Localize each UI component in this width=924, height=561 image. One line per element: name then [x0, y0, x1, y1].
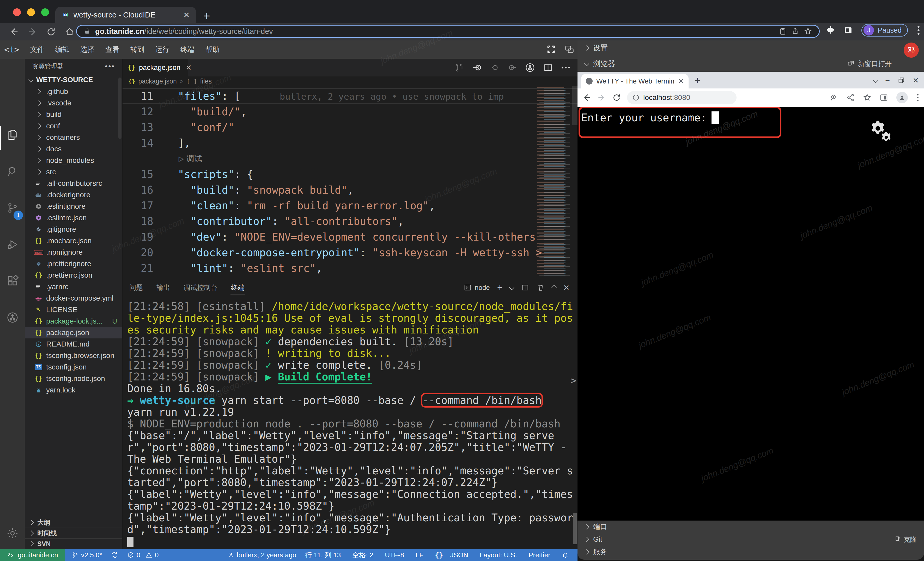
tree-item-.all-contributorsrc[interactable]: .all-contributorsrc	[25, 178, 122, 189]
menu-item-7[interactable]: 帮助	[206, 45, 219, 54]
zoom-window-button[interactable]	[41, 8, 49, 16]
tree-item-.gitignore[interactable]: .gitignore	[25, 224, 122, 235]
shell-selector[interactable]: node	[464, 284, 490, 292]
menu-item-5[interactable]: 运行	[155, 45, 170, 54]
next-change-icon[interactable]	[508, 63, 517, 72]
terminal-scrollbar[interactable]	[573, 513, 577, 544]
site-info-icon[interactable]	[632, 94, 639, 101]
terminal-output[interactable]: [21:24:58] [esinstall] /home/ide/workspa…	[127, 301, 574, 547]
tree-item-.prettierignore[interactable]: .prettierignore	[25, 258, 122, 269]
panel-tab-0[interactable]: 问题	[129, 278, 143, 297]
explorer-more-icon[interactable]: •••	[105, 62, 115, 71]
menu-item-3[interactable]: 查看	[105, 45, 119, 54]
blame-indicator[interactable]: butlerx, 2 years ago	[227, 551, 296, 559]
extensions-puzzle-icon[interactable]	[826, 26, 835, 35]
tree-item-.npmignore[interactable]: npm.npmignore	[25, 247, 122, 258]
problems-indicator[interactable]: 0 0	[127, 551, 159, 559]
tree-item-conf[interactable]: conf	[25, 120, 122, 132]
code-line-20[interactable]: 20"docker-compose-entrypoint": "ssh-keys…	[123, 245, 578, 260]
tree-item-.dockerignore[interactable]: .dockerignore	[25, 189, 122, 201]
more-menu-icon[interactable]	[917, 25, 920, 36]
tab-close-icon[interactable]: ✕	[183, 11, 190, 20]
url-bar[interactable]: go.titanide.cn/ide/web/coding/wetty-sour…	[76, 25, 820, 38]
tree-item-.eslintignore[interactable]: .eslintignore	[25, 201, 122, 212]
tree-item-.github[interactable]: .github	[25, 86, 122, 97]
embedded-browser-tab[interactable]: WeTTY - The Web Terminal ✕	[581, 74, 688, 89]
menu-item-4[interactable]: 转到	[130, 45, 144, 54]
embedded-reload-icon[interactable]	[612, 93, 621, 102]
tree-item-.eslintrc.json[interactable]: .eslintrc.json	[25, 212, 122, 224]
sync-icon[interactable]	[111, 551, 118, 559]
branch-indicator[interactable]: v2.5.0*	[72, 551, 102, 559]
editor-scrollbar[interactable]	[572, 86, 578, 125]
user-avatar[interactable]: 邓	[904, 42, 919, 58]
clipboard-icon[interactable]	[779, 27, 787, 36]
menu-item-0[interactable]: 文件	[30, 45, 44, 54]
tree-item-.prettierrc.json[interactable]: {}.prettierrc.json	[25, 269, 122, 281]
forward-icon[interactable]	[28, 27, 38, 37]
tree-root[interactable]: WETTY-SOURCE	[25, 74, 122, 86]
embedded-terminal-viewport[interactable]: Enter your username:	[578, 107, 924, 520]
run-debug-icon[interactable]	[6, 238, 19, 251]
previous-change-icon[interactable]	[472, 62, 483, 73]
menu-item-6[interactable]: 终端	[180, 45, 195, 54]
code-line-21[interactable]: 21"lint": "eslint src",	[123, 260, 578, 276]
tree-item-.mocharc.json[interactable]: {}.mocharc.json	[25, 235, 122, 247]
clone-button[interactable]: 克隆	[894, 535, 917, 544]
bookmark-star-icon[interactable]	[863, 93, 872, 102]
language-mode[interactable]: {} JSON	[435, 551, 468, 559]
tree-item-tsconfig.node.json[interactable]: {}tsconfig.node.json	[25, 373, 122, 384]
explorer-section-2[interactable]: SVN	[25, 538, 122, 549]
code-line-14[interactable]: 14],	[123, 135, 578, 151]
remote-indicator[interactable]: go.titanide.cn	[0, 549, 65, 561]
panel-expand-icon[interactable]: >	[570, 375, 576, 386]
open-new-window-button[interactable]: 新窗口打开	[848, 59, 892, 68]
home-icon[interactable]	[64, 27, 75, 37]
split-editor-icon[interactable]	[543, 63, 553, 72]
new-tab-icon[interactable]: +	[203, 9, 210, 23]
kill-terminal-icon[interactable]	[537, 283, 545, 292]
embedded-back-icon[interactable]	[582, 93, 591, 102]
keyboard-layout[interactable]: Layout: U.S.	[480, 551, 517, 559]
side-panel-icon[interactable]	[844, 26, 852, 35]
tab-search-chevron-icon[interactable]	[873, 78, 878, 83]
maximize-panel-icon[interactable]	[551, 285, 556, 290]
panel-tab-1[interactable]: 输出	[156, 278, 170, 297]
new-terminal-icon[interactable]: +	[497, 282, 502, 293]
sidebar-scrollbar[interactable]	[118, 78, 122, 139]
embedded-close-icon[interactable]: ✕	[913, 76, 919, 85]
current-change-icon[interactable]	[490, 63, 500, 72]
right-section-2[interactable]: 服务	[578, 546, 924, 558]
bookmark-star-icon[interactable]	[804, 27, 812, 36]
tree-item-package.json[interactable]: {}package.json	[25, 327, 122, 338]
breadcrumb[interactable]: {} package.json > [ ] files	[123, 77, 578, 86]
panel-tab-2[interactable]: 调试控制台	[183, 278, 218, 297]
settings-gear-icon[interactable]	[6, 527, 19, 540]
code-line-18[interactable]: 18"contributor": "all-contributors",	[123, 214, 578, 229]
tree-item-build[interactable]: build	[25, 109, 122, 120]
menu-item-1[interactable]: 编辑	[55, 45, 69, 54]
tree-item-package-lock.js...[interactable]: {}package-lock.js...U	[25, 316, 122, 327]
tree-item-yarn.lock[interactable]: yarn.lock	[25, 384, 122, 396]
search-icon[interactable]	[6, 165, 19, 178]
notifications-bell-icon[interactable]	[562, 552, 568, 558]
explorer-section-0[interactable]: 大纲	[25, 517, 122, 528]
side-panel-icon[interactable]	[880, 93, 888, 102]
profile-pill[interactable]: J Paused	[861, 24, 908, 36]
explorer-files-icon[interactable]	[6, 129, 19, 141]
tree-item-docs[interactable]: docs	[25, 143, 122, 155]
code-line-11[interactable]: 11"files": [butlerx, 2 years ago • use s…	[123, 88, 578, 104]
settings-gears-icon[interactable]	[869, 119, 893, 144]
browser-tab[interactable]: wetty-source - CloudIDE ✕	[55, 7, 196, 23]
code-editor[interactable]: 11"files": [butlerx, 2 years ago • use s…	[123, 86, 578, 278]
profile-icon[interactable]	[896, 92, 908, 103]
embedded-restore-icon[interactable]	[898, 77, 905, 84]
reload-icon[interactable]	[46, 27, 56, 36]
minimap[interactable]	[537, 87, 572, 276]
tree-item-LICENSE[interactable]: LICENSE	[25, 304, 122, 316]
indentation[interactable]: 空格: 2	[352, 550, 374, 560]
remote-fork-icon[interactable]	[6, 311, 19, 324]
editor-tab-package-json[interactable]: {} package.json ✕	[123, 59, 188, 77]
embedded-minimize-icon[interactable]: –	[885, 76, 890, 85]
right-section-1[interactable]: Git克隆	[578, 533, 924, 546]
